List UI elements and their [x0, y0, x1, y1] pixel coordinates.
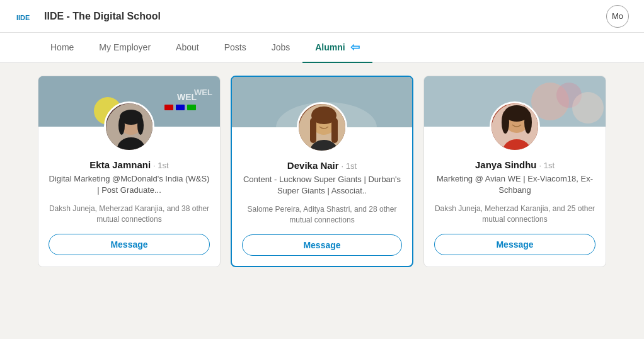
card-title-ekta: Digital Marketing @McDonald's India (W&S… [49, 173, 210, 196]
svg-rect-6 [176, 105, 185, 110]
navigation: Home My Employer About Posts Jobs Alumni… [0, 33, 644, 63]
nav-item-jobs[interactable]: Jobs [259, 33, 303, 63]
card-connections-janya: Daksh Juneja, Meherzad Karanjia, and 25 … [434, 204, 595, 226]
brand-name: IIDE - The Digital School [44, 11, 161, 22]
alumni-arrow-icon: ⇦ [350, 40, 360, 54]
alumni-card-janya: Janya Sindhu· 1st Marketing @ Avian WE |… [423, 76, 606, 267]
card-connections-devika: Salome Pereira, Aditya Shastri, and 28 o… [242, 204, 402, 227]
alumni-card-ekta: WEL Ekta Jamnani· 1st [38, 76, 221, 267]
svg-point-31 [524, 111, 532, 134]
card-body-janya: Janya Sindhu· 1st Marketing @ Avian WE |… [424, 152, 606, 265]
nav-item-alumni[interactable]: Alumni ⇦ [302, 33, 372, 63]
card-name-ekta: Ekta Jamnani· 1st [49, 159, 210, 171]
avatar-ekta [104, 101, 154, 152]
alumni-grid: WEL Ekta Jamnani· 1st [0, 63, 644, 280]
avatar-devika [297, 102, 347, 152]
more-button[interactable]: Mo [606, 5, 629, 28]
svg-rect-21 [331, 118, 338, 143]
svg-rect-5 [164, 105, 173, 110]
brand: IIDE IIDE - The Digital School [15, 5, 161, 28]
nav-item-posts[interactable]: Posts [212, 33, 259, 63]
svg-text:WEL: WEL [177, 92, 197, 102]
brand-logo: IIDE [15, 5, 38, 28]
svg-point-25 [572, 92, 604, 124]
svg-point-13 [137, 116, 144, 135]
message-button-devika[interactable]: Message [242, 234, 402, 256]
header: IIDE IIDE - The Digital School Mo [0, 0, 644, 33]
card-title-devika: Content - Lucknow Super Giants | Durban'… [242, 174, 402, 197]
svg-text:IIDE: IIDE [16, 14, 30, 21]
nav-item-my-employer[interactable]: My Employer [86, 33, 163, 63]
svg-point-12 [118, 116, 125, 135]
nav-item-home[interactable]: Home [38, 33, 86, 63]
card-title-janya: Marketing @ Avian WE | Ex-Viacom18, Ex-S… [434, 173, 595, 196]
svg-rect-7 [187, 105, 196, 110]
alumni-card-devika: Devika Nair· 1st Content - Lucknow Super… [231, 76, 413, 267]
nav-item-about[interactable]: About [163, 33, 212, 63]
message-button-ekta[interactable]: Message [49, 234, 210, 255]
card-name-janya: Janya Sindhu· 1st [434, 159, 595, 171]
svg-point-30 [502, 111, 509, 134]
card-connections-ekta: Daksh Juneja, Meherzad Karanjia, and 38 … [49, 204, 210, 226]
card-name-devika: Devika Nair· 1st [242, 160, 402, 171]
card-body-ekta: Ekta Jamnani· 1st Digital Marketing @McD… [38, 152, 220, 265]
card-body-devika: Devika Nair· 1st Content - Lucknow Super… [232, 152, 412, 266]
avatar-janya [490, 101, 540, 152]
message-button-janya[interactable]: Message [434, 234, 595, 255]
svg-rect-20 [310, 118, 316, 143]
